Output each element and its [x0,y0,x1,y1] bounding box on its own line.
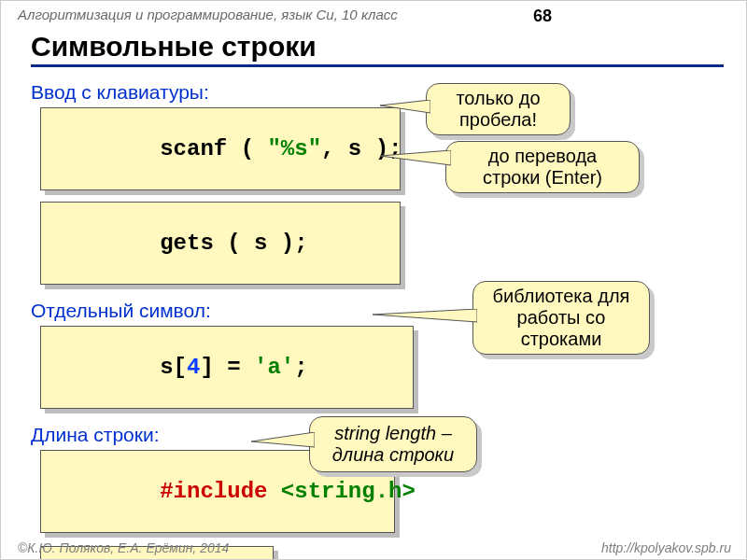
code-gets: gets ( s ); [40,202,401,285]
svg-marker-2 [373,309,477,322]
callout-strlen: string length – длина строки [309,416,477,472]
code-string: "%s" [267,136,321,161]
callout-pointer-icon [380,100,430,119]
code-char: 'a' [254,355,294,380]
svg-marker-0 [380,100,430,113]
callout-pointer-icon [373,309,477,329]
breadcrumb: Алгоритмизация и программирование, язык … [18,7,398,22]
code-preproc: #include [160,479,281,504]
callout-text: библиотека для работы со строками [472,281,650,355]
callout-text: string length – длина строки [332,423,454,465]
page-number: 68 [533,7,552,26]
code-number: 4 [187,355,200,380]
svg-marker-1 [380,150,451,165]
slide-title: Символьные строки [31,31,724,67]
callout-pointer-icon [380,150,451,173]
callout-scanf: только до пробела! [426,83,571,135]
code-header: <string.h> [281,479,416,504]
callout-text: до перевода строки (Enter) [445,141,640,193]
footer: ©К.Ю. Поляков, Е.А. Ерёмин, 2014 http://… [18,540,731,555]
code-index: s[4] = 'a'; [40,326,414,409]
footer-url: http://kpolyakov.spb.ru [601,540,731,555]
code-text: s[ [160,355,187,380]
code-text: ] = [200,355,254,380]
section-label-input: Ввод с клавиатуры: [31,81,722,104]
code-scanf: scanf ( "%s", s ); [40,107,401,190]
code-text: ; [294,355,307,380]
slide: Алгоритмизация и программирование, язык … [1,1,747,560]
callout-gets: до перевода строки (Enter) [445,141,640,193]
footer-copyright: ©К.Ю. Поляков, Е.А. Ерёмин, 2014 [18,540,229,555]
code-text: scanf ( [160,136,267,161]
code-text: gets ( s ); [160,231,307,256]
callout-pointer-icon [251,432,315,453]
callout-text: только до пробела! [426,83,571,135]
callout-include: библиотека для работы со строками [472,281,650,355]
svg-marker-3 [251,432,315,447]
